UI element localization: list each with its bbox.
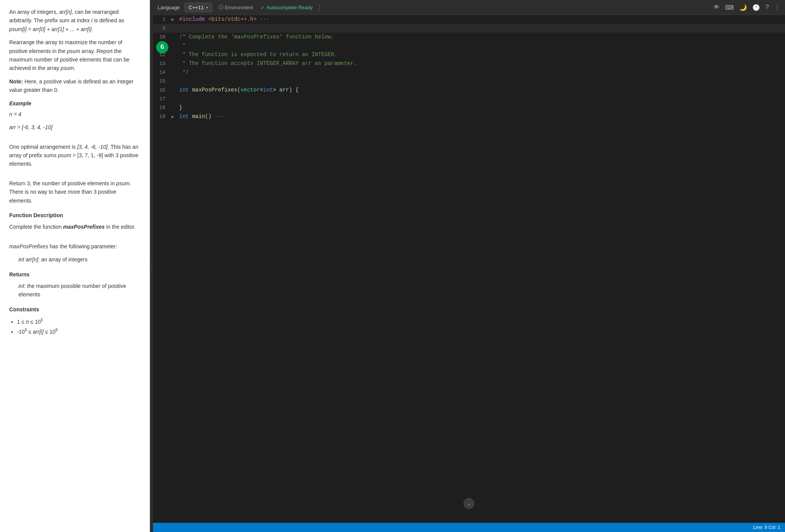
code-line-17: 17 (153, 95, 785, 103)
history-icon[interactable]: 🕐 (752, 4, 760, 11)
moon-icon[interactable]: 🌙 (739, 4, 747, 11)
code-line-1: 1 ▶ #include <bits/stdc++.h> ··· (153, 15, 785, 24)
constraint-1: 1 ≤ n ≤ 105 (17, 317, 140, 327)
code-line-12: 12 * The function is expected to return … (153, 50, 785, 59)
eye-icon[interactable]: 👁 (713, 4, 720, 11)
description-paragraph-2: Rearrange the array to maximize the numb… (9, 38, 140, 73)
toolbar-divider (319, 3, 319, 11)
example-arr: arr = [-6, 3, 4, -10] (9, 123, 140, 131)
line-number: 9 (153, 24, 171, 33)
constraints-title: Constraints (9, 305, 140, 314)
line-number: 14 (153, 68, 171, 77)
line-number: 10 (153, 33, 171, 42)
example-desc1: One optimal arrangement is [3, 4, -6, -1… (9, 143, 140, 168)
autocomplete-label: Autocomplete Ready (266, 5, 313, 10)
constraints-list: 1 ≤ n ≤ 105 -109 ≤ arr[i] ≤ 109 (17, 317, 140, 337)
resize-handle[interactable]: ⋮ (150, 0, 153, 532)
line-content: */ (178, 68, 785, 77)
chevron-down-icon: ▾ (206, 5, 208, 10)
line-content: } (178, 103, 785, 112)
code-line-11: 11 * (153, 42, 785, 50)
returns-title: Returns (9, 270, 140, 279)
line-number: 19 (153, 112, 171, 121)
line-number: 13 (153, 59, 171, 68)
line-number: 18 (153, 103, 171, 112)
fold-arrow-19[interactable]: ▶ (171, 112, 178, 121)
returns-text: int: the maximum possible number of posi… (18, 282, 140, 299)
line-content: #include <bits/stdc++.h> ··· (178, 15, 785, 24)
line-content: /* Complete the 'maxPosPrefixes' functio… (178, 33, 785, 42)
line-number: 16 (153, 86, 171, 95)
scroll-down-button[interactable]: ⌄ (464, 498, 474, 509)
example-section: Example n = 4 arr = [-6, 3, 4, -10] One … (9, 99, 140, 205)
line-number: 17 (153, 95, 171, 103)
line-number: 1 (153, 15, 171, 24)
example-title: Example (9, 99, 140, 108)
keyboard-icon[interactable]: ⌨ (725, 4, 734, 11)
code-line-13: 13 * The function accepts INTEGER_ARRAY … (153, 59, 785, 68)
line-content: int main() ··· (178, 112, 785, 121)
problem-description-panel: An array of integers, arr[n], can be rea… (0, 0, 150, 532)
code-line-18: 18 } (153, 103, 785, 112)
code-line-9: 9 (153, 24, 785, 33)
fold-arrow[interactable]: ▶ (171, 15, 178, 24)
function-param-header: maxPosPrefixes has the following paramet… (9, 242, 140, 251)
more-icon[interactable]: ⋮ (774, 4, 780, 11)
line-content: int maxPosPrefixes(vector<int> arr) { (178, 86, 785, 95)
code-line-19: 19 ▶ int main() ··· (153, 112, 785, 121)
constraint-2: -109 ≤ arr[i] ≤ 109 (17, 327, 140, 337)
help-icon[interactable]: ? (765, 4, 769, 11)
line-content: * The function accepts INTEGER_ARRAY arr… (178, 59, 785, 68)
line-content (178, 77, 785, 86)
line-number: 15 (153, 77, 171, 86)
toolbar-icons: 👁 ⌨ 🌙 🕐 ? ⋮ (713, 4, 780, 11)
environment-label: Environment (225, 5, 253, 10)
info-icon: ⓘ (218, 4, 223, 11)
editor-panel: Language C++11 ▾ ⓘ Environment ✓ Autocom… (153, 0, 785, 532)
status-bar: Line: 9 Col: 1 (153, 523, 785, 532)
description-paragraph-1: An array of integers, arr[n], can be rea… (9, 8, 140, 33)
code-line-15: 15 (153, 77, 785, 86)
line-content (178, 24, 785, 33)
code-line-10: 10 /* Complete the 'maxPosPrefixes' func… (153, 33, 785, 42)
cursor-position: Line: 9 Col: 1 (753, 525, 780, 530)
code-editor[interactable]: G 1 ▶ #include <bits/stdc++.h> ··· 9 10 … (153, 15, 785, 523)
note-paragraph: Note: Here, a positive value is defined … (9, 77, 140, 95)
line-content: * The function is expected to return an … (178, 50, 785, 59)
grammarly-icon: G (156, 41, 168, 53)
line-content (178, 95, 785, 103)
environment-button[interactable]: ⓘ Environment (215, 2, 256, 12)
example-n: n = 4 (9, 110, 140, 118)
function-desc-text: Complete the function maxPosPrefixes in … (9, 223, 140, 231)
function-param: int arr[n]: an array of integers (18, 255, 140, 264)
code-line-16: 16 int maxPosPrefixes(vector<int> arr) { (153, 86, 785, 95)
code-line-14: 14 */ (153, 68, 785, 77)
language-value: C++11 (189, 5, 204, 10)
example-desc2: Return 3, the number of positive element… (9, 179, 140, 205)
line-content: * (178, 42, 785, 50)
function-desc-title: Function Description (9, 211, 140, 219)
language-selector[interactable]: C++11 ▾ (185, 3, 212, 12)
editor-toolbar: Language C++11 ▾ ⓘ Environment ✓ Autocom… (153, 0, 785, 15)
check-icon: ✓ (261, 5, 265, 10)
autocomplete-status: ✓ Autocomplete Ready (261, 5, 313, 10)
language-label: Language (158, 5, 180, 10)
